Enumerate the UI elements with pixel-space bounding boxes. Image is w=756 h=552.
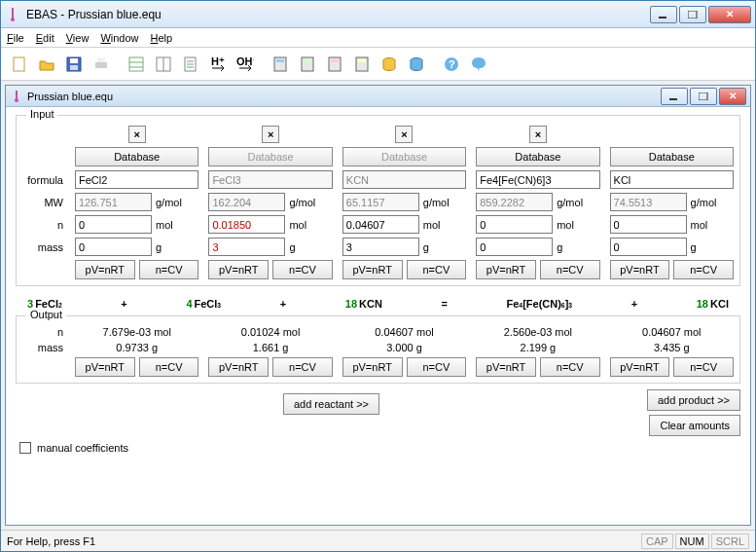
remove-species-2[interactable]: × [395, 126, 413, 143]
menu-window[interactable]: Window [100, 32, 138, 44]
out-n-1: 0.01024 mol [208, 326, 332, 338]
save-icon[interactable] [61, 52, 87, 77]
toolbar: H⁺ OH⁻ ? [1, 48, 755, 81]
menu-view[interactable]: View [66, 32, 90, 44]
formula-input-4[interactable] [610, 170, 734, 189]
ncv-in-1[interactable]: n=CV [272, 260, 333, 279]
pvnrt-out-4[interactable]: pV=nRT [610, 357, 670, 377]
svg-rect-4 [14, 57, 24, 71]
n-input-1[interactable] [208, 215, 285, 234]
ncv-out-2[interactable]: n=CV [407, 357, 467, 377]
pvnrt-out-3[interactable]: pV=nRT [476, 357, 536, 377]
doc-minimize-button[interactable] [661, 88, 688, 105]
minimize-button[interactable] [650, 6, 677, 23]
database-button-0[interactable]: Database [75, 147, 198, 166]
formula-label: formula [22, 174, 65, 186]
pvnrt-in-2[interactable]: pV=nRT [342, 260, 403, 279]
close-button[interactable]: ✕ [708, 6, 751, 23]
clear-amounts-button[interactable]: Clear amounts [649, 415, 740, 436]
doc-icon-small [10, 90, 23, 103]
ncv-out-0[interactable]: n=CV [139, 357, 199, 377]
svg-rect-3 [688, 11, 697, 18]
doc-icon[interactable] [178, 52, 203, 77]
mass-input-4[interactable] [610, 238, 687, 256]
formula-input-1[interactable] [208, 170, 332, 189]
hplus-icon[interactable]: H⁺ [205, 52, 231, 77]
mass-input-0[interactable] [75, 238, 152, 256]
ohminus-icon[interactable]: OH⁻ [233, 52, 258, 77]
statusbar: For Help, press F1 CAP NUM SCRL [1, 530, 755, 551]
remove-species-0[interactable]: × [128, 126, 146, 143]
n-input-4[interactable] [610, 215, 687, 234]
calc1-icon[interactable] [268, 52, 293, 77]
app-window: EBAS - Prussian blue.equ ✕ File Edit Vie… [0, 0, 756, 552]
menu-file[interactable]: File [7, 32, 24, 44]
remove-species-3[interactable]: × [529, 126, 547, 143]
db2-icon[interactable] [404, 52, 429, 77]
maximize-button[interactable] [679, 6, 706, 23]
out-mass-3: 2.199 g [476, 342, 599, 353]
pvnrt-out-2[interactable]: pV=nRT [342, 357, 403, 377]
mass-input-2[interactable] [342, 238, 419, 256]
calc3-icon[interactable] [322, 52, 347, 77]
pvnrt-in-4[interactable]: pV=nRT [610, 260, 670, 279]
mw-input-0[interactable] [75, 193, 152, 211]
ncv-out-4[interactable]: n=CV [673, 357, 734, 377]
n-input-3[interactable] [476, 215, 553, 234]
calc4-icon[interactable] [349, 52, 375, 77]
database-button-2[interactable]: Database [342, 147, 466, 166]
help-icon[interactable]: ? [439, 52, 464, 77]
formula-input-3[interactable] [476, 170, 599, 189]
add-product-button[interactable]: add product >> [647, 389, 740, 411]
pvnrt-out-0[interactable]: pV=nRT [75, 357, 135, 377]
print-icon[interactable] [89, 52, 114, 77]
pvnrt-out-1[interactable]: pV=nRT [208, 357, 269, 377]
mw-input-3[interactable] [476, 193, 553, 211]
pvnrt-in-3[interactable]: pV=nRT [476, 260, 536, 279]
mass-input-3[interactable] [476, 238, 553, 256]
status-help: For Help, press F1 [7, 535, 639, 547]
mw-input-4[interactable] [610, 193, 687, 211]
out-mass-4: 3.435 g [610, 342, 734, 353]
svg-rect-35 [669, 98, 677, 100]
out-n-3: 2.560e-03 mol [476, 326, 599, 338]
ncv-out-3[interactable]: n=CV [540, 357, 600, 377]
svg-rect-28 [358, 59, 366, 62]
formula-input-2[interactable] [342, 170, 466, 189]
calc2-icon[interactable] [295, 52, 320, 77]
formula-input-0[interactable] [75, 170, 198, 189]
new-icon[interactable] [7, 52, 32, 77]
pvnrt-in-0[interactable]: pV=nRT [75, 260, 135, 279]
pvnrt-in-1[interactable]: pV=nRT [208, 260, 269, 279]
ncv-in-3[interactable]: n=CV [540, 260, 600, 279]
mass-input-1[interactable] [208, 238, 285, 256]
add-reactant-button[interactable]: add reactant >> [283, 393, 379, 415]
svg-rect-8 [95, 62, 107, 68]
svg-point-34 [15, 98, 18, 102]
ncv-in-4[interactable]: n=CV [673, 260, 734, 279]
table1-icon[interactable] [124, 52, 149, 77]
doc-close-button[interactable]: ✕ [719, 88, 746, 105]
database-button-4[interactable]: Database [610, 147, 734, 166]
database-button-1[interactable]: Database [208, 147, 332, 166]
mw-input-1[interactable] [208, 193, 285, 211]
db1-icon[interactable] [377, 52, 402, 77]
info-icon[interactable] [466, 52, 491, 77]
ncv-in-2[interactable]: n=CV [407, 260, 467, 279]
n-input-2[interactable] [342, 215, 419, 234]
open-icon[interactable] [34, 52, 59, 77]
database-button-3[interactable]: Database [476, 147, 599, 166]
n-input-0[interactable] [75, 215, 152, 234]
out-n-4: 0.04607 mol [610, 326, 734, 338]
table2-icon[interactable] [151, 52, 176, 77]
menu-help[interactable]: Help [151, 32, 173, 44]
remove-species-1[interactable]: × [262, 126, 279, 143]
manual-coef-checkbox[interactable]: manual coefficients [19, 442, 128, 454]
svg-rect-6 [70, 58, 78, 63]
ncv-out-1[interactable]: n=CV [272, 357, 333, 377]
doc-maximize-button[interactable] [690, 88, 717, 105]
menu-edit[interactable]: Edit [36, 32, 54, 44]
mdi-client: Prussian blue.equ ✕ Input × × × × [1, 81, 755, 530]
mw-input-2[interactable] [342, 193, 419, 211]
ncv-in-0[interactable]: n=CV [139, 260, 199, 279]
